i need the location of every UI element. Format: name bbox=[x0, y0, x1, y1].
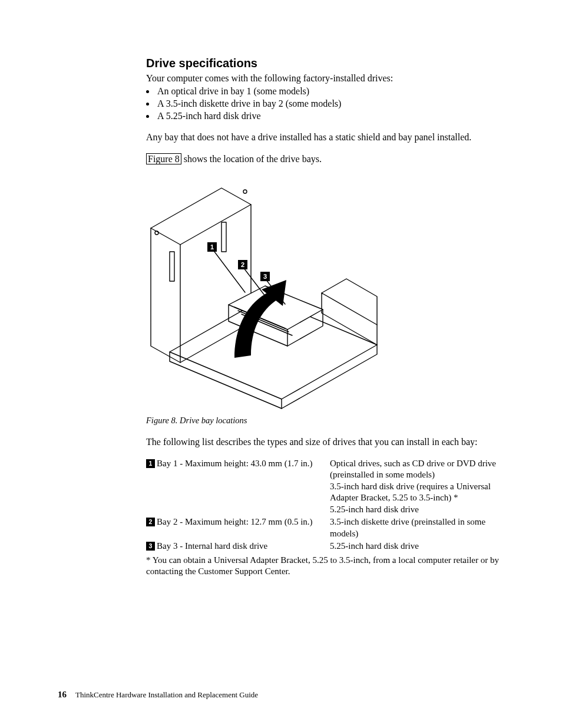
bay-label-cell: 3Bay 3 - Internal hard disk drive bbox=[146, 541, 330, 554]
figure-ref-tail: shows the location of the drive bays. bbox=[181, 154, 322, 164]
list-item: A 3.5-inch diskette drive in bay 2 (some… bbox=[156, 98, 503, 110]
bay-label-cell: 1Bay 1 - Maximum height: 43.0 mm (1.7 in… bbox=[146, 458, 330, 517]
row-number-badge: 3 bbox=[146, 542, 155, 551]
figure-caption: Figure 8. Drive bay locations bbox=[146, 416, 503, 426]
computer-chassis-illustration bbox=[146, 175, 382, 411]
svg-rect-2 bbox=[170, 252, 174, 281]
row-number-badge: 1 bbox=[146, 459, 155, 468]
table-row: 1Bay 1 - Maximum height: 43.0 mm (1.7 in… bbox=[146, 458, 503, 517]
callout-2-badge: 2 bbox=[238, 260, 247, 269]
svg-point-1 bbox=[243, 190, 247, 193]
svg-line-4 bbox=[214, 252, 245, 292]
callout-1-badge: 1 bbox=[207, 242, 217, 252]
bay-label: Bay 3 - Internal hard disk drive bbox=[157, 541, 267, 551]
drive-list: An optical drive in bay 1 (some models) … bbox=[146, 85, 503, 122]
bay-desc-cell: 3.5-inch diskette drive (preinstalled in… bbox=[330, 516, 503, 541]
bay-label: Bay 1 - Maximum height: 43.0 mm (1.7 in.… bbox=[157, 459, 313, 468]
content-region: Drive specifications Your computer comes… bbox=[146, 57, 503, 587]
page-footer: 16 ThinkCentre Hardware Installation and… bbox=[58, 690, 258, 700]
list-item: A 5.25-inch hard disk drive bbox=[156, 110, 503, 123]
figure-reference-line: Figure 8 shows the location of the drive… bbox=[146, 153, 503, 166]
list-item: An optical drive in bay 1 (some models) bbox=[156, 85, 503, 98]
intro-sentence: Your computer comes with the following f… bbox=[146, 73, 503, 84]
section-heading: Drive specifications bbox=[146, 57, 503, 70]
body-paragraph: The following list describes the types a… bbox=[146, 436, 503, 449]
body-paragraph: Any bay that does not have a drive insta… bbox=[146, 131, 503, 144]
bay-desc-cell: Optical drives, such as CD drive or DVD … bbox=[330, 458, 503, 517]
svg-rect-3 bbox=[222, 222, 226, 252]
callout-3-badge: 3 bbox=[260, 272, 270, 281]
page-number: 16 bbox=[58, 690, 67, 699]
figure-crossref[interactable]: Figure 8 bbox=[146, 153, 181, 164]
row-number-badge: 2 bbox=[146, 518, 155, 526]
table-row: 2Bay 2 - Maximum height: 12.7 mm (0.5 in… bbox=[146, 516, 503, 541]
figure-8-illustration: 1 2 3 bbox=[146, 175, 503, 411]
footer-title: ThinkCentre Hardware Installation and Re… bbox=[75, 690, 258, 699]
table-row: 3Bay 3 - Internal hard disk drive 5.25-i… bbox=[146, 541, 503, 554]
bay-label: Bay 2 - Maximum height: 12.7 mm (0.5 in.… bbox=[157, 517, 313, 526]
bay-desc-cell: 5.25-inch hard disk drive bbox=[330, 541, 503, 554]
bay-label-cell: 2Bay 2 - Maximum height: 12.7 mm (0.5 in… bbox=[146, 516, 330, 541]
document-page: Drive specifications Your computer comes… bbox=[0, 0, 562, 728]
table-footnote: * You can obtain a Universal Adapter Bra… bbox=[146, 555, 503, 578]
bay-spec-table: 1Bay 1 - Maximum height: 43.0 mm (1.7 in… bbox=[146, 458, 503, 554]
